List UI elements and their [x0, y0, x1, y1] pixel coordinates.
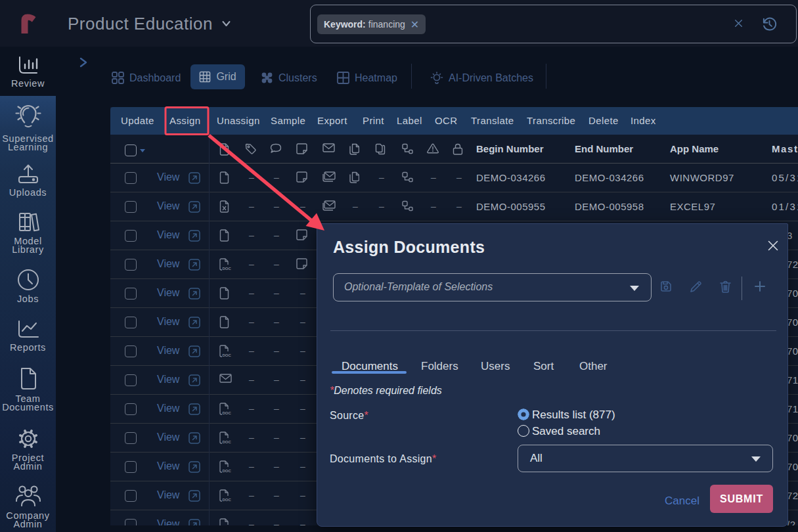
svg-text:DOC: DOC — [223, 411, 232, 415]
svg-text:DOC: DOC — [223, 469, 232, 473]
svg-text:DOC: DOC — [223, 498, 232, 502]
svg-text:DOC: DOC — [223, 267, 232, 271]
svg-text:DOC: DOC — [223, 440, 232, 444]
svg-text:DOC: DOC — [223, 353, 232, 357]
